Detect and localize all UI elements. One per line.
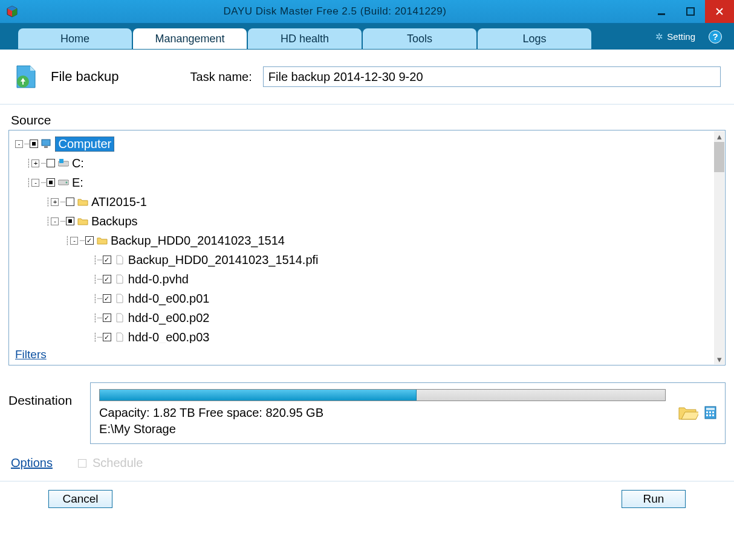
- tree-label: hdd-0_e00.p01: [128, 292, 210, 306]
- scroll-down-icon[interactable]: ▾: [714, 354, 724, 364]
- expander-icon[interactable]: -: [31, 179, 39, 187]
- schedule-checkbox: Schedule: [77, 456, 143, 470]
- svg-rect-18: [709, 414, 711, 416]
- options-row: Options Schedule: [11, 456, 726, 470]
- button-row: Cancel Run: [0, 481, 734, 508]
- tree-label: Backup_HDD0_20141023_1514.pfi: [128, 253, 319, 267]
- tab-management[interactable]: Manangement: [133, 28, 247, 49]
- svg-rect-17: [706, 414, 708, 416]
- expander-icon[interactable]: +: [51, 198, 59, 206]
- window-title: DAYU Disk Master Free 2.5 (Build: 201412…: [23, 5, 647, 18]
- browse-folder-button[interactable]: [678, 404, 698, 423]
- destination-path: E:\My Storage: [99, 421, 666, 437]
- svg-rect-13: [706, 408, 715, 410]
- svg-rect-3: [658, 13, 665, 15]
- checkbox[interactable]: [66, 217, 74, 225]
- tab-hdhealth[interactable]: HD health: [248, 28, 362, 49]
- expander-icon[interactable]: +: [31, 159, 39, 167]
- checkbox[interactable]: [103, 256, 111, 264]
- tree-row-drive-c[interactable]: ┊+┈ C:: [14, 153, 714, 173]
- checkbox: [78, 459, 86, 468]
- folder-icon: [77, 196, 89, 207]
- checkbox[interactable]: [103, 333, 111, 341]
- capacity-bar: [99, 389, 666, 401]
- tab-strip: Home Manangement HD health Tools Logs ✲ …: [0, 24, 734, 50]
- filters-link[interactable]: Filters: [15, 348, 47, 361]
- task-header: File backup Task name:: [8, 50, 726, 104]
- folder-icon: [77, 216, 89, 227]
- help-button[interactable]: ?: [709, 30, 722, 43]
- scroll-up-icon[interactable]: ▴: [714, 131, 724, 141]
- destination-section: Destination Capacity: 1.82 TB Free space…: [8, 382, 726, 444]
- file-icon: [114, 312, 126, 323]
- tree-label: Computer: [55, 137, 114, 152]
- file-icon: [114, 254, 126, 265]
- destination-box: Capacity: 1.82 TB Free space: 820.95 GB …: [90, 382, 726, 444]
- tab-tools[interactable]: Tools: [363, 28, 476, 49]
- checkbox[interactable]: [47, 178, 55, 187]
- tree-label: C:: [72, 156, 84, 170]
- tree-row-file[interactable]: ┊┈ hdd-0.pvhd: [14, 269, 714, 289]
- tree-row-folder-backups[interactable]: ┊-┈ Backups: [14, 211, 714, 231]
- task-name-label: Task name:: [190, 70, 252, 84]
- close-button[interactable]: [705, 0, 734, 23]
- checkbox[interactable]: [103, 275, 111, 283]
- computer-icon: [41, 138, 53, 149]
- file-backup-icon: [13, 63, 40, 90]
- tree-label: hdd-0_e00.p02: [128, 311, 210, 325]
- checkbox[interactable]: [30, 140, 38, 148]
- tree-label: ATI2015-1: [91, 195, 147, 209]
- schedule-label: Schedule: [93, 456, 143, 470]
- options-link[interactable]: Options: [11, 456, 53, 470]
- tree-row-folder-bhdd[interactable]: ┊-┈ Backup_HDD0_20141023_1514: [14, 231, 714, 250]
- source-tree: -┈ Computer ┊+┈ C: ┊-┈ E: ┊+┈: [8, 130, 726, 365]
- setting-button[interactable]: ✲ Setting: [655, 31, 695, 42]
- setting-label: Setting: [667, 31, 695, 42]
- tree-row-drive-e[interactable]: ┊-┈ E:: [14, 173, 714, 192]
- task-name-input[interactable]: [263, 66, 721, 87]
- maximize-button[interactable]: [676, 0, 705, 23]
- tree-row-file[interactable]: ┊┈ hdd-0_e00.p03: [14, 327, 714, 343]
- run-button[interactable]: Run: [622, 490, 686, 508]
- tree-row-computer[interactable]: -┈ Computer: [14, 134, 714, 153]
- folder-icon: [96, 235, 108, 246]
- svg-rect-7: [44, 146, 48, 148]
- svg-rect-19: [712, 414, 714, 416]
- svg-rect-14: [706, 411, 708, 413]
- svg-rect-15: [709, 411, 711, 413]
- svg-rect-6: [42, 140, 50, 146]
- file-icon: [114, 332, 126, 343]
- scroll-thumb[interactable]: [714, 142, 724, 172]
- checkbox[interactable]: [47, 159, 55, 167]
- tab-logs[interactable]: Logs: [478, 28, 591, 49]
- tree-label: Backups: [91, 214, 138, 228]
- app-icon: [6, 5, 18, 18]
- expander-icon[interactable]: -: [51, 217, 59, 225]
- drive-icon: [57, 177, 70, 188]
- tree-label: Backup_HDD0_20141023_1514: [111, 234, 285, 248]
- svg-rect-4: [687, 8, 694, 15]
- checkbox[interactable]: [103, 314, 111, 322]
- tree-row-file[interactable]: ┊┈ Backup_HDD0_20141023_1514.pfi: [14, 250, 714, 269]
- titlebar: DAYU Disk Master Free 2.5 (Build: 201412…: [0, 0, 734, 24]
- file-icon: [114, 293, 126, 304]
- destination-label: Destination: [8, 382, 72, 408]
- scrollbar[interactable]: ▴ ▾: [714, 131, 724, 364]
- checkbox[interactable]: [66, 198, 74, 206]
- calculator-button[interactable]: [704, 406, 716, 421]
- tree-row-folder-ati[interactable]: ┊+┈ ATI2015-1: [14, 192, 714, 211]
- svg-rect-16: [712, 411, 714, 413]
- file-icon: [114, 274, 126, 285]
- tab-home[interactable]: Home: [18, 28, 132, 49]
- tree-row-file[interactable]: ┊┈ hdd-0_e00.p02: [14, 308, 714, 327]
- tree-row-file[interactable]: ┊┈ hdd-0_e00.p01: [14, 289, 714, 308]
- svg-rect-9: [59, 159, 63, 163]
- expander-icon[interactable]: -: [70, 237, 78, 245]
- drive-icon: [57, 158, 70, 169]
- cancel-button[interactable]: Cancel: [48, 490, 112, 508]
- tree-label: hdd-0_e00.p03: [128, 330, 210, 344]
- minimize-button[interactable]: [647, 0, 676, 23]
- expander-icon[interactable]: -: [15, 140, 23, 148]
- checkbox[interactable]: [85, 236, 94, 245]
- checkbox[interactable]: [103, 294, 111, 303]
